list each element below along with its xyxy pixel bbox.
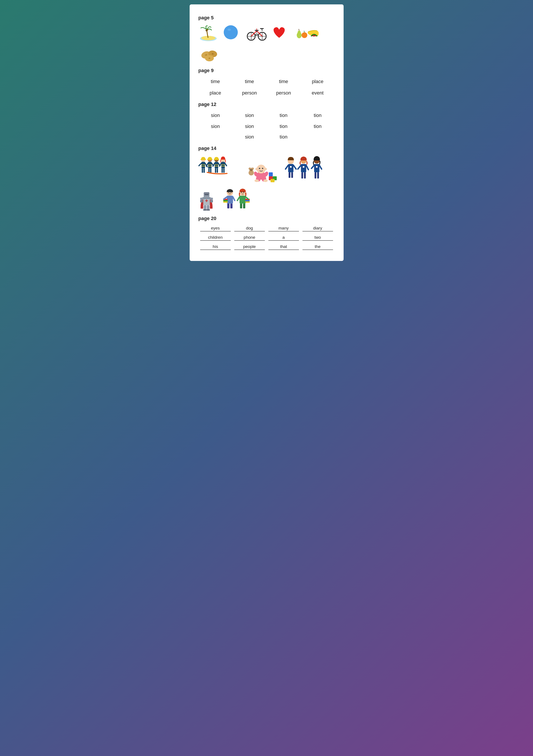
word-that: that [268,243,299,250]
svg-point-155 [241,192,242,193]
svg-point-33 [209,58,210,59]
svg-rect-143 [230,203,233,208]
svg-rect-142 [227,203,229,208]
sion-r2c2: sion [233,122,266,131]
word-event: event [301,88,335,97]
baby-image [245,157,278,184]
page14-images-row2 [198,188,335,212]
svg-rect-126 [210,198,213,200]
svg-rect-66 [223,168,225,173]
bicycle-image [247,24,266,42]
svg-text:+: + [289,166,290,168]
word-time-3: time [266,77,301,86]
word-children: children [200,234,231,241]
word-his: his [200,243,231,250]
svg-point-79 [255,179,259,182]
tion-r2c3: tion [266,122,301,131]
svg-point-97 [290,166,292,168]
word-person-1: person [233,88,266,97]
svg-point-74 [262,168,263,169]
svg-point-26 [314,35,315,36]
tion-r2c4: tion [301,122,335,131]
island-image [198,24,218,42]
tion-r3c3: tion [266,132,301,142]
svg-rect-65 [221,168,223,173]
svg-line-64 [225,163,227,166]
page5-images [198,24,335,64]
word-time-2: time [233,77,266,86]
svg-line-99 [294,165,296,169]
svg-point-21 [297,31,301,35]
svg-rect-150 [245,202,250,203]
page12-words-grid: sion sion tion tion sion sion tion tion [198,111,335,131]
word-phone: phone [234,234,265,241]
svg-point-80 [263,179,268,182]
svg-line-19 [256,34,258,35]
page12-title: page 12 [198,101,335,107]
svg-point-156 [243,192,244,193]
page20-title: page 20 [198,216,335,221]
word-the: the [302,243,333,250]
svg-point-111 [316,166,318,168]
svg-rect-149 [245,200,250,202]
page9-title: page 9 [198,68,335,73]
word-person-2: person [266,88,301,97]
svg-rect-93 [269,172,273,176]
svg-line-112 [312,165,314,168]
word-many: many [268,225,299,231]
svg-rect-48 [210,168,211,173]
svg-rect-136 [227,196,233,203]
fruits-image [295,24,315,42]
heart-image [271,24,291,42]
svg-rect-53 [215,162,218,168]
svg-text:+: + [315,166,316,168]
page12-bottom-row: sion tion [198,132,335,142]
word-time-1: time [198,77,233,86]
word-two: two [302,234,333,241]
svg-line-151 [238,197,239,201]
svg-rect-56 [215,168,216,173]
page5-title: page 5 [198,15,335,21]
svg-rect-131 [203,209,207,211]
svg-rect-128 [210,200,213,202]
svg-rect-115 [317,172,319,178]
svg-point-25 [312,35,313,36]
svg-rect-100 [289,172,290,178]
main-page: page 5 [190,4,344,261]
svg-line-17 [262,29,262,31]
tion-r1c4: tion [301,111,335,120]
svg-point-1 [201,36,215,40]
svg-line-24 [304,31,304,32]
svg-point-23 [302,32,307,38]
svg-point-71 [255,168,258,170]
svg-point-75 [260,168,260,168]
svg-rect-44 [208,162,211,168]
svg-point-73 [259,168,260,169]
svg-point-5 [227,29,231,31]
svg-point-144 [228,192,229,193]
svg-rect-40 [201,159,206,160]
ball-image [223,24,242,42]
svg-rect-138 [223,200,228,202]
svg-rect-35 [202,162,205,168]
svg-rect-132 [207,209,210,211]
sion-r2c1: sion [198,122,233,131]
svg-rect-114 [315,172,316,178]
sion-r3-empty2 [301,132,335,142]
word-place-2: place [198,88,233,97]
word-people: people [234,243,265,250]
svg-rect-94 [270,179,274,182]
svg-point-3 [206,30,207,31]
firefighters-image [198,155,238,184]
svg-line-106 [306,165,308,170]
page14-images-row1: + + + [198,155,335,184]
word-eyes: eyes [200,225,231,231]
sion-r1c2: sion [233,111,266,120]
svg-point-104 [303,166,304,168]
word-diary: diary [302,225,333,231]
svg-line-141 [233,197,235,201]
svg-text:+: + [302,166,303,168]
tion-r1c3: tion [266,111,301,120]
svg-line-22 [299,29,299,31]
svg-point-88 [250,169,251,170]
